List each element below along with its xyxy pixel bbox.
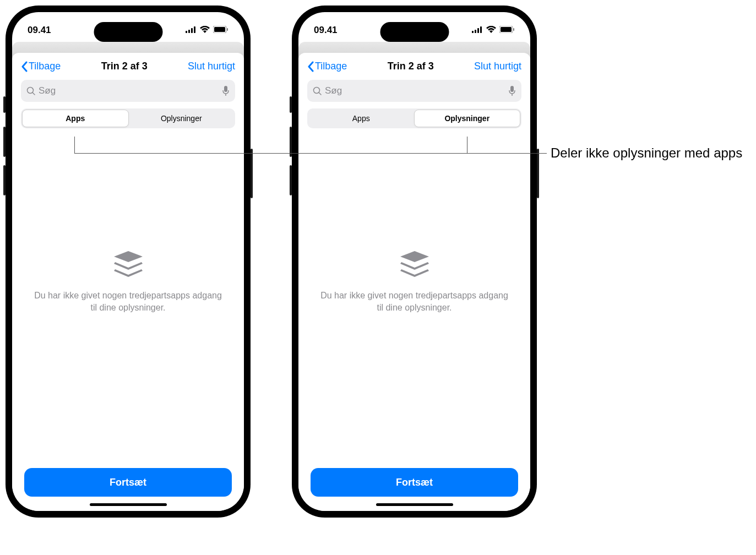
svg-rect-20 — [510, 86, 514, 92]
battery-icon — [213, 25, 229, 36]
cellular-signal-icon — [472, 25, 483, 36]
navigation-bar: Tilbage Trin 2 af 3 Slut hurtigt — [12, 53, 244, 78]
svg-rect-2 — [191, 28, 193, 33]
svg-line-19 — [319, 92, 321, 95]
page-title: Trin 2 af 3 — [388, 61, 434, 72]
callout-leader-line — [74, 137, 75, 153]
battery-icon — [499, 25, 515, 36]
back-label: Tilbage — [29, 61, 61, 72]
modal-sheet: Tilbage Trin 2 af 3 Slut hurtigt Søg App… — [12, 53, 244, 511]
svg-rect-11 — [472, 31, 474, 33]
search-placeholder: Søg — [39, 85, 222, 96]
stack-icon — [112, 250, 145, 280]
svg-rect-0 — [186, 31, 187, 33]
svg-line-8 — [32, 92, 35, 95]
empty-message: Du har ikke givet nogen tredjepartsapps … — [320, 290, 508, 313]
dictation-icon[interactable] — [508, 85, 516, 96]
home-indicator[interactable] — [90, 503, 167, 506]
back-button[interactable]: Tilbage — [307, 61, 347, 72]
home-indicator[interactable] — [376, 503, 453, 506]
svg-rect-9 — [224, 86, 227, 92]
svg-rect-13 — [477, 28, 479, 33]
svg-rect-5 — [214, 27, 225, 32]
segmented-control: Apps Oplysninger — [307, 108, 521, 128]
mute-switch — [290, 96, 292, 113]
back-button[interactable]: Tilbage — [21, 61, 61, 72]
status-time: 09.41 — [314, 25, 338, 36]
tab-information[interactable]: Oplysninger — [414, 110, 521, 127]
dynamic-island — [94, 22, 162, 42]
search-icon — [313, 86, 322, 95]
stack-icon — [398, 250, 431, 280]
back-label: Tilbage — [315, 61, 347, 72]
search-input[interactable]: Søg — [307, 80, 521, 102]
continue-button[interactable]: Fortsæt — [311, 468, 518, 497]
svg-rect-14 — [480, 26, 482, 33]
dictation-icon[interactable] — [222, 85, 230, 96]
power-button — [251, 149, 253, 198]
svg-rect-17 — [513, 28, 514, 31]
page-title: Trin 2 af 3 — [101, 61, 148, 72]
empty-message: Du har ikke givet nogen tredjepartsapps … — [34, 290, 222, 313]
segmented-control: Apps Oplysninger — [21, 108, 235, 128]
quick-exit-button[interactable]: Slut hurtigt — [474, 61, 521, 72]
mute-switch — [3, 96, 6, 113]
volume-up-button — [3, 127, 6, 157]
volume-down-button — [290, 165, 292, 195]
svg-rect-3 — [194, 26, 195, 33]
svg-rect-6 — [227, 28, 228, 31]
power-button — [537, 149, 539, 198]
search-placeholder: Søg — [325, 85, 508, 96]
empty-state: Du har ikke givet nogen tredjepartsapps … — [298, 128, 530, 468]
modal-sheet: Tilbage Trin 2 af 3 Slut hurtigt Søg App… — [298, 53, 530, 511]
callout-leader-line — [467, 137, 467, 153]
svg-rect-1 — [188, 30, 190, 33]
search-input[interactable]: Søg — [21, 80, 235, 102]
tab-apps[interactable]: Apps — [22, 110, 129, 127]
empty-state: Du har ikke givet nogen tredjepartsapps … — [12, 128, 244, 468]
wifi-icon — [486, 25, 496, 36]
callout-label: Deler ikke oplysninger med apps — [551, 144, 754, 161]
chevron-left-icon — [21, 61, 28, 72]
status-time: 09.41 — [28, 25, 51, 36]
phone-mockup-left: 09.41 Tilbage Trin 2 af 3 Slut hurtigt S… — [6, 6, 251, 518]
navigation-bar: Tilbage Trin 2 af 3 Slut hurtigt — [298, 53, 530, 78]
dynamic-island — [380, 22, 449, 42]
tab-apps[interactable]: Apps — [308, 110, 414, 127]
svg-rect-12 — [475, 30, 476, 33]
svg-rect-16 — [501, 27, 512, 32]
volume-down-button — [3, 165, 6, 195]
callout-leader-line — [74, 153, 467, 154]
phone-mockup-right: 09.41 Tilbage Trin 2 af 3 Slut hurtigt S… — [292, 6, 537, 518]
continue-button[interactable]: Fortsæt — [24, 468, 232, 497]
chevron-left-icon — [307, 61, 314, 72]
tab-information[interactable]: Oplysninger — [129, 110, 235, 127]
quick-exit-button[interactable]: Slut hurtigt — [188, 61, 235, 72]
wifi-icon — [200, 25, 210, 36]
cellular-signal-icon — [186, 25, 197, 36]
volume-up-button — [290, 127, 292, 157]
search-icon — [26, 86, 35, 95]
callout-leader-line — [467, 153, 547, 154]
